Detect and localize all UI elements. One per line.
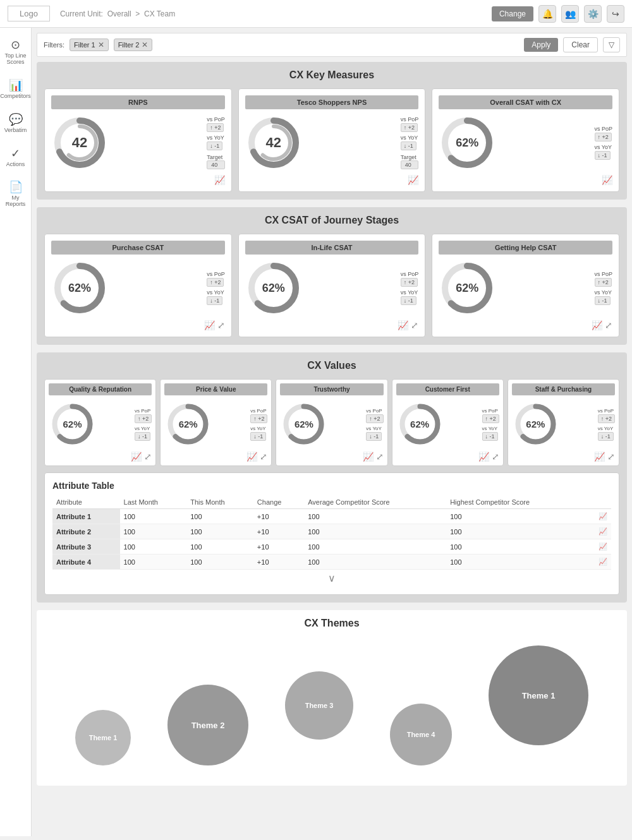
gear-icon[interactable]: ⚙️ bbox=[584, 5, 602, 23]
trustworthy-value: 62% bbox=[295, 419, 313, 429]
theme-bubble[interactable]: Theme 3 bbox=[285, 671, 353, 740]
inlife-csat-card: In-Life CSAT 62% vs PoP ↑ bbox=[238, 234, 426, 337]
change-button[interactable]: Change bbox=[492, 6, 533, 21]
bell-icon[interactable]: 🔔 bbox=[538, 5, 556, 23]
getting-help-csat-card: Getting Help CSAT 62% vs PoP bbox=[432, 234, 619, 337]
theme-bubble[interactable]: Theme 1 bbox=[75, 710, 131, 765]
price-value-expand-icon[interactable]: ⤢ bbox=[260, 452, 267, 462]
breadcrumb-sep: > bbox=[135, 9, 140, 18]
getting-help-expand-icon[interactable]: ⤢ bbox=[605, 320, 612, 330]
people-icon[interactable]: 👥 bbox=[561, 5, 579, 23]
main-content: Filters: Filter 1 ✕ Filter 2 ✕ Apply Cle… bbox=[32, 28, 632, 836]
breadcrumb: Current Unit: Overall > CX Team bbox=[60, 9, 492, 18]
attribute-table-section: Attribute Table Attribute Last Month Thi… bbox=[44, 472, 619, 595]
overall-csat-stats: vs PoP ↑ +2 vs YoY ↓ -1 bbox=[595, 126, 613, 160]
sidebar-item-top-line[interactable]: ⊙ Top Line Scores bbox=[0, 33, 31, 71]
attr-name: Attribute 3 bbox=[52, 539, 120, 555]
clear-button[interactable]: Clear bbox=[563, 37, 598, 52]
sidebar-label-verbatim: Verbatim bbox=[4, 128, 27, 134]
attr-row-chart-icon[interactable]: 📈 bbox=[585, 524, 611, 539]
trustworthy-donut: 62% bbox=[280, 400, 327, 448]
filter-tag-2[interactable]: Filter 2 ✕ bbox=[114, 39, 153, 51]
filter-tag-2-remove[interactable]: ✕ bbox=[142, 40, 148, 49]
trustworthy-body: 62% vs PoP ↑ +2 vs YoY ↓ -1 bbox=[280, 400, 383, 448]
getting-help-value: 62% bbox=[456, 282, 478, 295]
cx-key-measures-section: CX Key Measures RNPS 42 bbox=[37, 62, 627, 200]
trustworthy-card: Trustworthy 62% vs PoP ↑ bbox=[276, 379, 387, 466]
purchase-csat-card: Purchase CSAT 62% vs PoP bbox=[44, 234, 232, 337]
attribute-table-title: Attribute Table bbox=[52, 481, 611, 491]
header-icons: Change 🔔 👥 ⚙️ ↪ bbox=[492, 5, 624, 23]
cx-values-title: CX Values bbox=[44, 360, 619, 371]
cx-themes-section: CX Themes Theme 1Theme 2Theme 3Theme 4Th… bbox=[37, 610, 627, 786]
getting-help-chart-icon[interactable]: 📈 bbox=[592, 320, 602, 330]
theme-bubble[interactable]: Theme 1 bbox=[489, 645, 588, 745]
trustworthy-chart-icon[interactable]: 📈 bbox=[363, 452, 374, 462]
tesco-nps-stats: vs PoP ↑ +2 vs YoY ↓ -1 Target 40 bbox=[401, 116, 419, 169]
price-value-card: Price & Value 62% vs PoP bbox=[160, 379, 272, 466]
customer-first-title: Customer First bbox=[396, 383, 499, 395]
load-more-button[interactable]: ∨ bbox=[52, 570, 611, 587]
sidebar-item-competitors[interactable]: 📊 Competitors bbox=[0, 73, 31, 105]
attr-high-comp: 100 bbox=[446, 555, 585, 570]
attribute-table: Attribute Last Month This Month Change A… bbox=[52, 496, 611, 570]
signout-icon[interactable]: ↪ bbox=[607, 5, 624, 23]
attr-change: +10 bbox=[253, 509, 304, 524]
theme-bubble[interactable]: Theme 4 bbox=[390, 704, 452, 765]
sidebar-label-competitors: Competitors bbox=[0, 93, 31, 100]
theme-bubble[interactable]: Theme 2 bbox=[167, 685, 248, 765]
purchase-chart-icon[interactable]: 📈 bbox=[204, 320, 215, 330]
rnps-donut: 42 bbox=[51, 114, 108, 171]
attr-row-chart-icon[interactable]: 📈 bbox=[585, 539, 611, 555]
overall-pop-label: vs PoP bbox=[595, 126, 613, 132]
rnps-footer: 📈 bbox=[51, 175, 225, 185]
inlife-chart-icon[interactable]: 📈 bbox=[398, 320, 408, 330]
purchase-expand-icon[interactable]: ⤢ bbox=[217, 320, 225, 330]
quality-rep-expand-icon[interactable]: ⤢ bbox=[144, 452, 152, 462]
themes-bubbles: Theme 1Theme 2Theme 3Theme 4Theme 1 bbox=[44, 639, 619, 778]
rnps-chart-icon[interactable]: 📈 bbox=[214, 175, 225, 185]
customer-first-expand-icon[interactable]: ⤢ bbox=[492, 452, 499, 462]
header: Logo Current Unit: Overall > CX Team Cha… bbox=[0, 0, 632, 28]
filter-tag-1-remove[interactable]: ✕ bbox=[98, 40, 104, 49]
attr-this-month: 100 bbox=[186, 539, 253, 555]
overall-yoy-badge: ↓ -1 bbox=[595, 151, 611, 160]
customer-first-chart-icon[interactable]: 📈 bbox=[478, 452, 489, 462]
filter-icon[interactable]: ▽ bbox=[603, 37, 620, 52]
inlife-csat-footer: 📈 ⤢ bbox=[245, 320, 419, 330]
attr-row-chart-icon[interactable]: 📈 bbox=[585, 509, 611, 524]
purchase-csat-footer: 📈 ⤢ bbox=[51, 320, 225, 330]
tesco-nps-card: Tesco Shoppers NPS 42 vs bbox=[238, 88, 426, 192]
apply-button[interactable]: Apply bbox=[524, 38, 558, 52]
purchase-csat-stats: vs PoP ↑ +2 vs YoY ↓ -1 bbox=[207, 271, 225, 305]
staff-purchasing-footer: 📈 ⤢ bbox=[512, 452, 615, 462]
price-value-chart-icon[interactable]: 📈 bbox=[246, 452, 257, 462]
staff-purchasing-expand-icon[interactable]: ⤢ bbox=[607, 452, 615, 462]
getting-help-stats: vs PoP ↑ +2 vs YoY ↓ -1 bbox=[595, 271, 613, 305]
attr-name: Attribute 2 bbox=[52, 524, 120, 539]
quality-rep-chart-icon[interactable]: 📈 bbox=[131, 452, 142, 462]
tesco-nps-chart-icon[interactable]: 📈 bbox=[408, 175, 418, 185]
filter-tag-2-label: Filter 2 bbox=[118, 41, 140, 49]
staff-purchasing-chart-icon[interactable]: 📈 bbox=[594, 452, 605, 462]
attr-avg-comp: 100 bbox=[304, 509, 446, 524]
filter-tag-1[interactable]: Filter 1 ✕ bbox=[70, 39, 109, 51]
trustworthy-title: Trustworthy bbox=[280, 383, 383, 395]
sidebar-item-verbatim[interactable]: 💬 Verbatim bbox=[0, 107, 31, 139]
overall-csat-chart-icon[interactable]: 📈 bbox=[602, 175, 612, 185]
price-value-body: 62% vs PoP ↑ +2 vs YoY ↓ -1 bbox=[164, 400, 267, 448]
trustworthy-expand-icon[interactable]: ⤢ bbox=[376, 452, 384, 462]
tesco-yoy-label: vs YoY bbox=[401, 135, 419, 141]
overall-csat-footer: 📈 bbox=[439, 175, 612, 185]
customer-first-body: 62% vs PoP ↑ +2 vs YoY ↓ -1 bbox=[396, 400, 499, 448]
tesco-nps-footer: 📈 bbox=[245, 175, 419, 185]
sidebar-item-actions[interactable]: ✓ Actions bbox=[0, 141, 31, 173]
attr-row-chart-icon[interactable]: 📈 bbox=[585, 555, 611, 570]
check-icon: ✓ bbox=[11, 147, 20, 160]
inlife-expand-icon[interactable]: ⤢ bbox=[411, 320, 418, 330]
overall-yoy-group: vs YoY ↓ -1 bbox=[595, 144, 613, 160]
filter-tag-1-label: Filter 1 bbox=[74, 41, 95, 49]
tesco-target-label: Target bbox=[401, 154, 419, 160]
sidebar-item-reports[interactable]: 📄 My Reports bbox=[0, 175, 31, 213]
staff-purchasing-value: 62% bbox=[526, 419, 545, 429]
